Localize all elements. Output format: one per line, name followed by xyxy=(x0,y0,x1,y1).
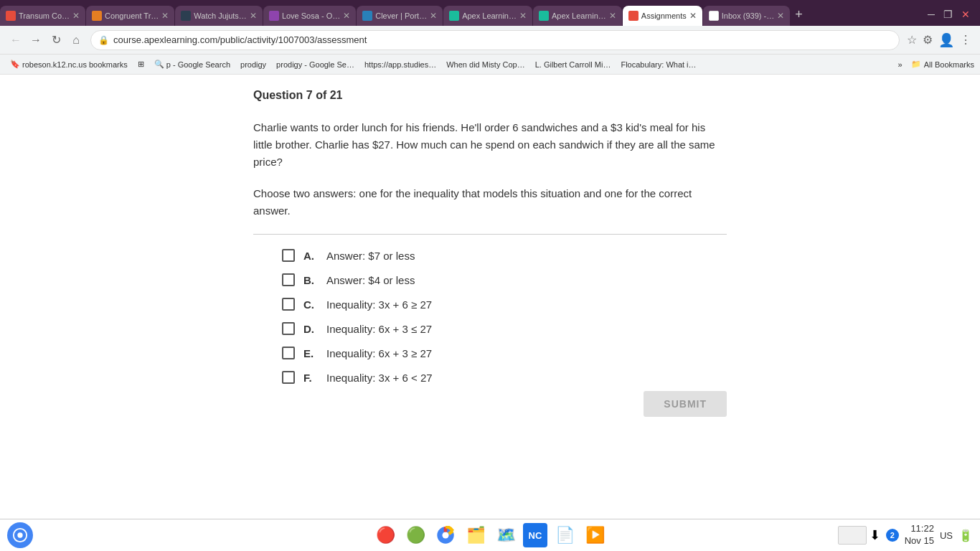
checkbox-a[interactable] xyxy=(282,249,295,262)
tab-close-tab9[interactable]: ✕ xyxy=(777,11,784,21)
chrome-icon[interactable] xyxy=(7,522,33,548)
question-text: Charlie wants to order lunch for his fri… xyxy=(253,119,727,171)
bookmark-icon-1: ⊞ xyxy=(138,60,144,69)
tab-bar: Transum Co…✕Congruent Tr…✕Watch Jujuts…✕… xyxy=(0,0,980,26)
bookmark-item-4[interactable]: prodigy - Google Se… xyxy=(272,59,359,70)
tab-favicon-tab7 xyxy=(539,11,549,21)
menu-button[interactable]: ⋮ xyxy=(957,33,974,47)
tab-close-tab3[interactable]: ✕ xyxy=(250,11,257,21)
tab-close-tab7[interactable]: ✕ xyxy=(609,11,616,21)
minimize-button[interactable]: ─ xyxy=(923,9,939,20)
extensions-button[interactable]: ⚙ xyxy=(920,33,936,47)
taskbar-app-1[interactable]: 🔴 xyxy=(372,522,398,548)
back-button[interactable]: ← xyxy=(6,30,26,50)
tab-close-tab4[interactable]: ✕ xyxy=(343,11,350,21)
bookmark-label-4: prodigy - Google Se… xyxy=(276,60,354,69)
browser-chrome: Transum Co…✕Congruent Tr…✕Watch Jujuts…✕… xyxy=(0,0,980,75)
tab-close-tab2[interactable]: ✕ xyxy=(161,11,169,21)
bookmark-item-0[interactable]: 🔖robeson.k12.nc.us bookmarks xyxy=(6,58,132,70)
choice-letter-e: E. xyxy=(303,347,318,359)
tab-tab1[interactable]: Transum Co…✕ xyxy=(0,6,85,26)
tab-close-tab6[interactable]: ✕ xyxy=(519,11,527,21)
bookmark-item-1[interactable]: ⊞ xyxy=(133,58,149,70)
bookmark-item-6[interactable]: When did Misty Cop… xyxy=(442,59,529,70)
tab-tab4[interactable]: Love Sosa - O…✕ xyxy=(263,6,356,26)
tab-tab6[interactable]: Apex Learnin…✕ xyxy=(443,6,532,26)
checkbox-d[interactable] xyxy=(282,322,295,335)
choice-letter-d: D. xyxy=(303,323,318,335)
choice-letter-c: C. xyxy=(303,298,318,311)
taskbar-app-2[interactable]: 🟢 xyxy=(402,522,428,548)
taskbar-right: ⬇ 2 11:22 Nov 15 US 🔋 xyxy=(838,523,973,547)
tab-tab8[interactable]: Assignments✕ xyxy=(623,6,702,26)
tab-tab2[interactable]: Congruent Tr…✕ xyxy=(86,6,174,26)
tab-close-tab8[interactable]: ✕ xyxy=(689,11,697,21)
profile-button[interactable]: 👤 xyxy=(936,32,957,48)
choice-f[interactable]: F.Inequality: 3x + 6 < 27 xyxy=(282,371,698,384)
tab-label-tab3: Watch Jujuts… xyxy=(194,11,247,20)
close-button[interactable]: ✕ xyxy=(957,9,974,20)
choice-text-d: Inequality: 6x + 3 ≤ 27 xyxy=(326,323,432,335)
taskbar-settings-icon[interactable]: ⬇ xyxy=(870,527,880,543)
tab-tab9[interactable]: Inbox (939) -…✕ xyxy=(703,6,790,26)
tab-label-tab5: Clever | Port… xyxy=(375,11,427,20)
bookmark-label-7: L. Gilbert Carroll Mi… xyxy=(535,60,611,69)
taskbar-app-8[interactable]: ▶️ xyxy=(582,522,608,548)
bookmark-item-5[interactable]: https://app.studies… xyxy=(360,59,440,70)
tab-tab5[interactable]: Clever | Port…✕ xyxy=(357,6,443,26)
bookmark-icon-2: 🔍 xyxy=(154,60,164,69)
bookmark-icon-0: 🔖 xyxy=(10,60,20,69)
tab-label-tab2: Congruent Tr… xyxy=(105,11,159,20)
checkbox-f[interactable] xyxy=(282,371,295,384)
checkbox-e[interactable] xyxy=(282,347,295,359)
address-bar: ← → ↻ ⌂ 🔒 course.apexlearning.com/public… xyxy=(0,26,980,55)
checkbox-b[interactable] xyxy=(282,273,295,286)
choice-text-b: Answer: $4 or less xyxy=(326,274,415,286)
taskbar-app-3[interactable] xyxy=(433,522,458,548)
bookmark-item-7[interactable]: L. Gilbert Carroll Mi… xyxy=(531,59,616,70)
tab-close-tab5[interactable]: ✕ xyxy=(430,11,437,21)
taskbar-app-7[interactable]: 📄 xyxy=(552,522,578,548)
submit-button[interactable]: SUBMIT xyxy=(644,391,727,417)
bookmark-item-3[interactable]: prodigy xyxy=(236,59,270,70)
taskbar: 🔴 🟢 🗂️ 🗺️ NC 📄 ▶️ ⬇ 2 11:22 Nov 15 US 🔋 xyxy=(0,519,980,551)
bookmark-item-2[interactable]: 🔍p - Google Search xyxy=(150,58,235,70)
choice-c[interactable]: C.Inequality: 3x + 6 ≥ 27 xyxy=(282,298,698,311)
choice-b[interactable]: B.Answer: $4 or less xyxy=(282,273,698,286)
taskbar-app-6[interactable]: NC xyxy=(523,523,547,547)
taskbar-app-4[interactable]: 🗂️ xyxy=(463,522,489,548)
choice-letter-b: B. xyxy=(303,274,318,286)
bookmark-star-button[interactable]: ☆ xyxy=(904,33,920,47)
tab-label-tab1: Transum Co… xyxy=(19,11,70,20)
bookmark-label-0: robeson.k12.nc.us bookmarks xyxy=(22,60,128,69)
taskbar-app-5[interactable]: 🗺️ xyxy=(493,522,519,548)
notification-badge: 2 xyxy=(886,529,899,542)
choice-e[interactable]: E.Inequality: 6x + 3 ≥ 27 xyxy=(282,347,698,359)
page-content: Question 7 of 21 Charlie wants to order … xyxy=(0,75,980,519)
home-button[interactable]: ⌂ xyxy=(66,30,86,50)
choice-a[interactable]: A.Answer: $7 or less xyxy=(282,249,698,262)
refresh-button[interactable]: ↻ xyxy=(46,30,66,50)
bookmark-item-8[interactable]: Flocabulary: What i… xyxy=(616,59,700,70)
choice-text-f: Inequality: 3x + 6 < 27 xyxy=(326,372,433,384)
checkbox-c[interactable] xyxy=(282,298,295,311)
tab-label-tab7: Apex Learnin… xyxy=(552,11,606,20)
choice-d[interactable]: D.Inequality: 6x + 3 ≤ 27 xyxy=(282,322,698,335)
restore-button[interactable]: ❐ xyxy=(939,9,957,20)
bookmarks-bar: 🔖robeson.k12.nc.us bookmarks⊞🔍p - Google… xyxy=(0,55,980,75)
tab-favicon-tab3 xyxy=(181,11,191,21)
url-bar[interactable]: 🔒 course.apexlearning.com/public/activit… xyxy=(90,30,900,50)
instruction-text: Choose two answers: one for the inequali… xyxy=(253,185,727,220)
tab-label-tab4: Love Sosa - O… xyxy=(282,11,340,20)
window-controls: ─ ❐ ✕ xyxy=(923,9,980,20)
tab-tab7[interactable]: Apex Learnin…✕ xyxy=(533,6,622,26)
tab-tab3[interactable]: Watch Jujuts…✕ xyxy=(175,6,263,26)
question-container: Question 7 of 21 Charlie wants to order … xyxy=(239,89,741,384)
tab-favicon-tab1 xyxy=(6,11,16,21)
taskbar-date: Nov 15 xyxy=(905,535,934,547)
forward-button[interactable]: → xyxy=(26,30,46,50)
tab-close-tab1[interactable]: ✕ xyxy=(72,11,80,21)
new-tab-button[interactable]: + xyxy=(791,4,807,24)
tab-favicon-tab4 xyxy=(269,11,279,21)
bookmarks-more[interactable]: » xyxy=(894,59,907,70)
